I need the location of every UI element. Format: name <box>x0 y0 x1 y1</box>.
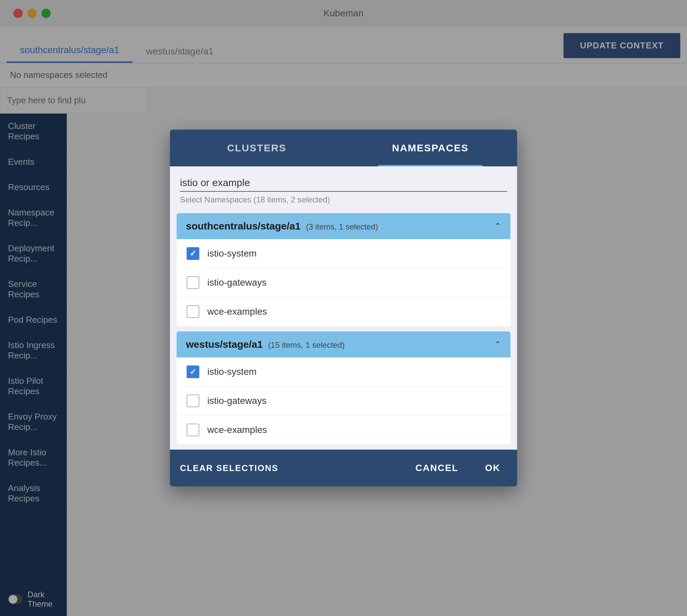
ns-checkbox-1-3[interactable] <box>187 305 199 318</box>
chevron-up-icon-2: ⌃ <box>495 340 501 349</box>
modal-overlay: CLUSTERS NAMESPACES Select Namespaces (1… <box>0 0 687 616</box>
ns-label-2-2: istio-gateways <box>207 396 267 406</box>
app-background: Kubeman southcentralus/stage/a1 westus/s… <box>0 0 687 616</box>
ns-item-1-2[interactable]: istio-gateways <box>177 268 510 297</box>
modal-tab-namespaces[interactable]: NAMESPACES <box>344 130 517 167</box>
ns-checkbox-1-2[interactable] <box>187 276 199 289</box>
footer-right: CANCEL OK <box>409 459 507 477</box>
modal-body: Select Namespaces (18 items, 2 selected)… <box>170 167 517 449</box>
ns-label-2-3: wce-examples <box>207 424 267 435</box>
cluster-header-left-2: westus/stage/a1 (15 items, 1 selected) <box>186 339 345 350</box>
modal-tabs: CLUSTERS NAMESPACES <box>170 130 517 167</box>
cluster-count-2: (15 items, 1 selected) <box>268 340 344 350</box>
ns-checkbox-2-2[interactable] <box>187 395 199 407</box>
modal-dialog: CLUSTERS NAMESPACES Select Namespaces (1… <box>170 130 517 486</box>
cluster-group-southcentralus: southcentralus/stage/a1 (3 items, 1 sele… <box>177 213 510 326</box>
ns-list-southcentralus: istio-system istio-gateways wce-examples <box>177 239 510 326</box>
ns-item-1-1[interactable]: istio-system <box>177 239 510 268</box>
ns-item-1-3[interactable]: wce-examples <box>177 297 510 326</box>
ns-item-2-1[interactable]: istio-system <box>177 357 510 387</box>
ok-button[interactable]: OK <box>478 459 507 477</box>
cluster-name-2: westus/stage/a1 <box>186 339 263 350</box>
cluster-group-westus: westus/stage/a1 (15 items, 1 selected) ⌃… <box>177 331 510 444</box>
ns-checkbox-2-3[interactable] <box>187 423 199 436</box>
cancel-button[interactable]: CANCEL <box>409 459 465 477</box>
ns-label-1-1: istio-system <box>207 248 257 259</box>
cluster-name-1: southcentralus/stage/a1 <box>186 220 300 232</box>
modal-search-area: Select Namespaces (18 items, 2 selected) <box>170 167 517 208</box>
ns-label-1-2: istio-gateways <box>207 277 267 288</box>
ns-label-2-1: istio-system <box>207 367 257 377</box>
modal-tab-clusters[interactable]: CLUSTERS <box>170 130 344 167</box>
cluster-count-1: (3 items, 1 selected) <box>306 222 378 232</box>
cluster-header-westus[interactable]: westus/stage/a1 (15 items, 1 selected) ⌃ <box>177 331 510 357</box>
ns-item-2-3[interactable]: wce-examples <box>177 416 510 444</box>
ns-item-2-2[interactable]: istio-gateways <box>177 387 510 416</box>
ns-checkbox-2-1[interactable] <box>187 366 199 378</box>
ns-checkbox-1-1[interactable] <box>187 247 199 260</box>
chevron-up-icon-1: ⌃ <box>495 221 501 231</box>
clear-selections-button[interactable]: CLEAR SELECTIONS <box>180 463 278 474</box>
ns-label-1-3: wce-examples <box>207 306 267 317</box>
ns-list-westus: istio-system istio-gateways wce-examples <box>177 357 510 444</box>
cluster-header-left-1: southcentralus/stage/a1 (3 items, 1 sele… <box>186 220 378 232</box>
select-info: Select Namespaces (18 items, 2 selected) <box>180 195 507 204</box>
cluster-header-southcentralus[interactable]: southcentralus/stage/a1 (3 items, 1 sele… <box>177 213 510 239</box>
modal-footer: CLEAR SELECTIONS CANCEL OK <box>170 449 517 486</box>
namespace-search-input[interactable] <box>180 174 507 192</box>
